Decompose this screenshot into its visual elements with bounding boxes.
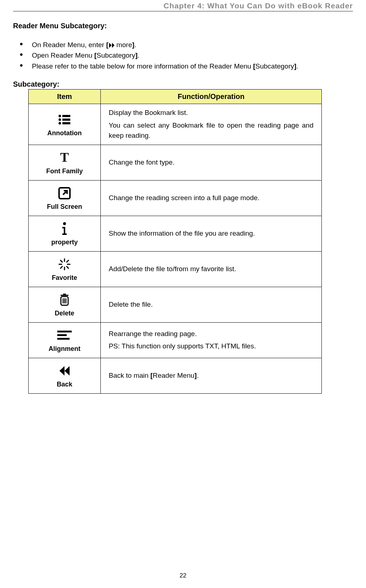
function-text: Change the reading screen into a full pa… — [101, 180, 322, 216]
svg-point-4 — [59, 122, 61, 124]
text: Please refer to the table below for more… — [32, 62, 253, 70]
favorite-icon — [58, 257, 71, 272]
list-item: Please refer to the table below for more… — [13, 61, 353, 71]
table-row: Annotation Display the Bookmark list. Yo… — [29, 104, 322, 145]
alignment-icon — [57, 328, 72, 343]
subcategory-label: Subcategory: — [13, 80, 353, 88]
back-icon — [58, 363, 71, 378]
list-item: On Reader Menu, enter [ more]. — [13, 40, 353, 50]
subcategory-table: Item Function/Operation Annotation — [28, 89, 322, 394]
table-row: Back Back to main [Reader Menu]. — [29, 358, 322, 393]
svg-rect-3 — [62, 119, 70, 121]
table-row: Favorite Add/Delete the file to/from my … — [29, 251, 322, 287]
annotation-icon — [58, 112, 71, 127]
svg-rect-18 — [63, 294, 66, 295]
svg-rect-17 — [61, 295, 68, 296]
item-label: Alignment — [49, 345, 80, 353]
text: Subcategory — [97, 51, 136, 59]
item-label: Annotation — [47, 129, 82, 137]
svg-rect-5 — [62, 122, 70, 124]
table-row: T Font Family Change the font type. — [29, 145, 322, 180]
svg-point-8 — [63, 222, 66, 225]
svg-line-16 — [67, 260, 68, 262]
instruction-list: On Reader Menu, enter [ more]. Open Read… — [13, 40, 353, 71]
function-text: Show the information of the file you are… — [101, 216, 322, 251]
svg-rect-25 — [57, 338, 70, 340]
function-text: Rearrange the reading page. — [109, 329, 313, 339]
more-label: more — [116, 41, 132, 49]
text: On Reader Menu, enter — [32, 41, 106, 49]
page-number: 22 — [0, 572, 366, 579]
col-header-item: Item — [29, 90, 101, 104]
text: . — [138, 51, 140, 59]
more-icon — [108, 42, 116, 49]
function-text: Back to main — [109, 372, 150, 379]
table-row: Full Screen Change the reading screen in… — [29, 180, 322, 216]
font-family-icon: T — [59, 150, 70, 165]
svg-text:T: T — [60, 152, 69, 164]
info-icon — [61, 221, 68, 236]
function-text: . — [197, 372, 199, 379]
text: . — [134, 41, 136, 49]
svg-rect-24 — [57, 334, 67, 336]
svg-rect-23 — [57, 331, 72, 332]
svg-line-14 — [67, 266, 68, 268]
item-label: Font Family — [46, 167, 83, 175]
text: . — [296, 62, 298, 70]
section-title: Reader Menu Subcategory: — [13, 22, 353, 30]
item-label: Back — [57, 381, 72, 388]
function-text: Delete the file. — [101, 287, 322, 322]
col-header-function: Function/Operation — [101, 90, 322, 104]
item-label: Delete — [55, 310, 74, 317]
chapter-header: Chapter 4: What You Can Do with eBook Re… — [13, 0, 353, 12]
function-text: Reader Menu — [153, 372, 194, 379]
function-text: Display the Bookmark list. — [109, 108, 313, 118]
function-text: PS: This function only supports TXT, HTM… — [109, 341, 313, 352]
svg-line-13 — [61, 260, 62, 262]
text: Subcategory — [255, 62, 294, 70]
text: Open Reader Menu — [32, 51, 94, 59]
full-screen-icon — [58, 186, 71, 201]
function-text: You can select any Bookmark file to open… — [109, 120, 313, 141]
list-item: Open Reader Menu [Subcategory]. — [13, 50, 353, 61]
delete-icon — [59, 292, 70, 307]
item-label: Full Screen — [47, 203, 82, 211]
svg-point-2 — [59, 118, 61, 121]
svg-line-15 — [61, 266, 62, 268]
table-row: property Show the information of the fil… — [29, 216, 322, 251]
svg-rect-1 — [62, 115, 70, 117]
item-label: property — [51, 239, 78, 246]
table-row: Delete Delete the file. — [29, 287, 322, 322]
function-text: Change the font type. — [101, 145, 322, 180]
svg-point-0 — [59, 115, 61, 117]
table-row: Alignment Rearrange the reading page. PS… — [29, 322, 322, 358]
function-text: Add/Delete the file to/from my favorite … — [101, 251, 322, 287]
item-label: Favorite — [52, 274, 77, 282]
